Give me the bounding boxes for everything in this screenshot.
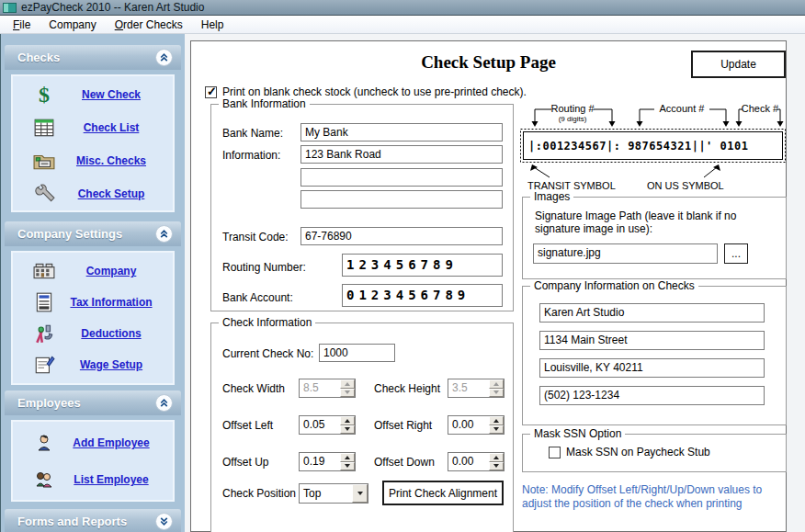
signature-path-label: Signature Image Path (leave it blank if … (535, 209, 772, 235)
offset-note: Note: Modify Offset Left/Right/Up/Down v… (522, 483, 781, 511)
check-number-callout: Check # (742, 103, 779, 114)
section-header-company-settings[interactable]: Company Settings (5, 221, 181, 246)
bank-name-field[interactable]: My Bank (300, 123, 503, 141)
sidebar-item-check-list[interactable]: Check List (20, 114, 165, 141)
blank-stock-checkbox-label: Print on blank check stock (uncheck to u… (222, 85, 527, 98)
sidebar-item-list-employee[interactable]: List Employee (20, 466, 165, 493)
bank-account-label: Bank Account: (222, 291, 293, 304)
title-bar: ezPayCheck 2010 -- Karen Art Studio (0, 0, 805, 16)
offset-down-stepper[interactable]: 0.00 (448, 452, 505, 471)
bank-information-legend: Bank Information (219, 97, 310, 110)
sidebar-item-label: Tax Information (70, 296, 152, 309)
offset-down-label: Offset Down (374, 456, 435, 469)
signature-path-field[interactable]: signature.jpg (533, 243, 718, 264)
tax-document-icon (31, 290, 57, 314)
offset-up-label: Offset Up (222, 456, 268, 469)
print-check-alignment-button[interactable]: Print Check Alignment (382, 481, 504, 505)
current-check-no-field[interactable]: 1000 (319, 344, 395, 362)
bank-information-field-1[interactable]: 123 Bank Road (300, 145, 503, 164)
sidebar-item-label: New Check (82, 88, 141, 101)
routing-digits-note: (9 digits) (559, 115, 587, 123)
menu-file[interactable]: File (4, 17, 40, 33)
wrench-icon (31, 182, 57, 206)
offset-right-label: Offset Right (374, 419, 432, 432)
current-check-no-label: Current Check No: (222, 347, 313, 360)
sidebar-item-new-check[interactable]: $ New Check (20, 81, 165, 108)
sidebar-item-deductions[interactable]: Deductions (20, 320, 165, 347)
mask-ssn-checkbox-label: Mask SSN on Paycheck Stub (566, 446, 710, 458)
sidebar-item-wage-setup[interactable]: Wage Setup (20, 351, 165, 379)
routing-number-callout: Routing # (550, 103, 595, 114)
sidebar: Checks $ New Check Check List Misc. Chec… (0, 34, 185, 532)
blank-stock-checkbox[interactable] (205, 86, 217, 98)
stepper-up-button[interactable] (340, 453, 355, 462)
bank-information-field-3[interactable] (300, 190, 503, 209)
company-city-field[interactable]: Louisville, KY 40211 (539, 358, 765, 378)
browse-button[interactable]: ... (724, 243, 748, 264)
check-width-label: Check Width (222, 382, 285, 395)
section-header-employees[interactable]: Employees (5, 391, 181, 415)
sidebar-item-tax-information[interactable]: Tax Information (20, 289, 165, 316)
offset-left-stepper[interactable]: 0.05 (299, 415, 356, 435)
stepper-down-button[interactable] (340, 462, 355, 471)
check-position-label: Check Position (222, 487, 296, 500)
collapse-chevron-up-icon[interactable] (155, 394, 173, 412)
notepad-pencil-icon (31, 353, 57, 377)
stepper-down-button[interactable] (489, 425, 504, 435)
stepper-up-button[interactable] (489, 416, 504, 425)
micr-diagram: Routing # (9 digits) Account # Check # |… (520, 102, 787, 194)
information-label: Information: (222, 149, 280, 162)
mask-ssn-legend: Mask SSN Option (530, 427, 625, 440)
expand-chevron-down-icon[interactable] (155, 513, 173, 530)
menu-bar: File Company Order Checks Help (0, 16, 805, 34)
stepper-down-button (340, 389, 355, 398)
check-position-dropdown[interactable]: Top (299, 483, 368, 504)
offset-left-label: Offset Left (222, 419, 273, 432)
sidebar-item-company[interactable]: Company (20, 257, 165, 285)
stepper-down-button[interactable] (340, 425, 355, 435)
stepper-up-button[interactable] (340, 416, 355, 425)
micr-line-sample: |:001234567|: 987654321||' 0101 (528, 140, 748, 153)
sidebar-item-add-employee[interactable]: Add Employee (20, 429, 165, 457)
routing-number-field[interactable]: 123456789 (342, 254, 503, 277)
menu-company[interactable]: Company (40, 17, 105, 33)
images-groupbox: Images Signature Image Path (leave it bl… (522, 197, 787, 279)
stepper-up-button (489, 379, 504, 389)
check-width-stepper: 8.5 (299, 379, 356, 398)
sidebar-item-check-setup[interactable]: Check Setup (20, 180, 165, 208)
company-name-field[interactable]: Karen Art Studio (539, 303, 765, 323)
bank-account-field[interactable]: 0123456789 (342, 284, 503, 307)
mask-ssn-checkbox[interactable] (549, 447, 561, 458)
menu-help[interactable]: Help (192, 17, 233, 33)
check-height-stepper: 3.5 (448, 379, 505, 398)
dollar-icon: $ (31, 83, 57, 107)
collapse-chevron-up-icon[interactable] (155, 49, 173, 66)
transit-code-field[interactable]: 67-76890 (300, 227, 503, 245)
sidebar-item-misc-checks[interactable]: Misc. Checks (20, 147, 165, 175)
blank-stock-checkbox-row: Print on blank check stock (uncheck to u… (205, 85, 527, 98)
offset-up-stepper[interactable]: 0.19 (299, 452, 356, 471)
company-phone-field[interactable]: (502) 123-1234 (539, 386, 765, 405)
stepper-down-button (489, 389, 504, 398)
offset-right-stepper[interactable]: 0.00 (448, 415, 505, 435)
building-icon (31, 259, 57, 283)
misc-checks-icon (31, 149, 57, 173)
sidebar-item-label: Misc. Checks (76, 154, 146, 167)
people-icon (31, 468, 57, 492)
tools-icon (31, 322, 57, 345)
dropdown-arrow-icon[interactable] (352, 484, 368, 503)
company-street-field[interactable]: 1134 Main Street (539, 331, 765, 350)
collapse-chevron-up-icon[interactable] (155, 225, 173, 243)
update-button[interactable]: Update (691, 51, 786, 78)
check-setup-page: Check Setup Page Update Print on blank c… (190, 40, 787, 532)
section-header-checks[interactable]: Checks (5, 45, 181, 70)
bank-information-field-2[interactable] (300, 168, 503, 187)
sidebar-item-label: Check List (84, 121, 140, 134)
section-header-forms-and-reports[interactable]: Forms and Reports (5, 509, 181, 532)
stepper-down-button[interactable] (489, 462, 504, 471)
images-legend: Images (530, 190, 573, 203)
menu-order-checks[interactable]: Order Checks (106, 17, 192, 33)
sidebar-item-label: Deductions (81, 327, 141, 340)
stepper-up-button[interactable] (489, 453, 504, 462)
company-info-legend: Company Information on Checks (530, 279, 698, 292)
